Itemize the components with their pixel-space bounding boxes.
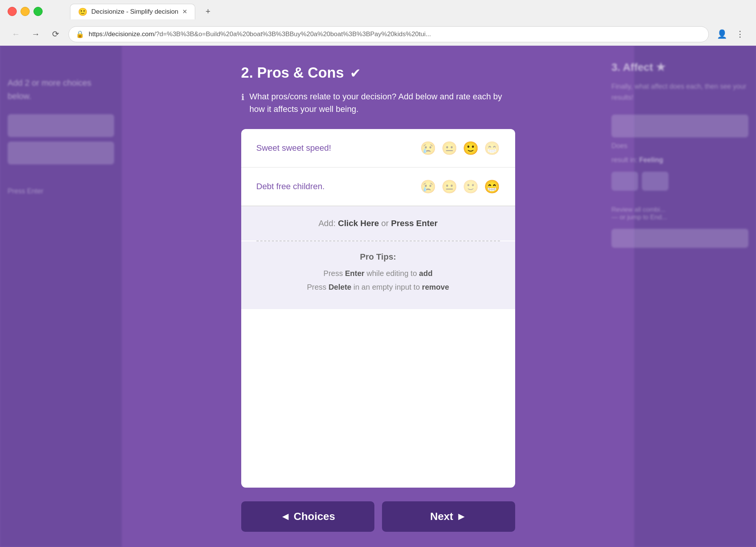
nav-buttons: ◄ Choices Next ► <box>241 501 515 532</box>
tip-2-key: Delete <box>328 283 351 291</box>
new-tab-button[interactable]: + <box>201 5 215 18</box>
choices-button[interactable]: ◄ Choices <box>241 501 374 532</box>
pros-cons-item-1: Sweet sweet speed! 😢 😐 🙂 😁 <box>241 129 515 167</box>
browser-chrome: 🙂 Decisionize - Simplify decision ✕ + ← … <box>0 0 756 46</box>
tip-2-middle: in an empty input to <box>351 283 422 291</box>
minimize-button[interactable] <box>21 7 30 16</box>
tab-close-icon[interactable]: ✕ <box>182 8 187 15</box>
tab-emoji: 🙂 <box>78 7 88 16</box>
pro-tips-title: Pro Tips: <box>256 252 500 262</box>
tab-title: Decisionize - Simplify decision <box>91 8 178 16</box>
emoji-2-very-happy[interactable]: 😁 <box>484 179 500 194</box>
browser-tab[interactable]: 🙂 Decisionize - Simplify decision ✕ <box>70 4 195 19</box>
tip-1-after: while editing to <box>364 269 419 277</box>
title-bar: 🙂 Decisionize - Simplify decision ✕ + <box>0 0 756 23</box>
add-or: or <box>381 218 391 228</box>
tip-2-action: remove <box>422 283 449 291</box>
content-area: Add 2 or more choices below. Press Enter… <box>0 46 756 547</box>
emoji-2-neutral[interactable]: 😐 <box>441 179 457 194</box>
menu-icon[interactable]: ⋮ <box>733 27 747 41</box>
forward-button[interactable]: → <box>29 27 43 41</box>
emoji-1-neutral[interactable]: 😐 <box>441 140 457 156</box>
item-1-text[interactable]: Sweet sweet speed! <box>256 143 412 153</box>
emoji-1-sad[interactable]: 😢 <box>420 140 436 156</box>
tip-1-before: Press <box>323 269 345 277</box>
emoji-2-sad[interactable]: 😢 <box>420 179 436 194</box>
main-card: 2. Pros & Cons ✔ ℹ What pros/cons relate… <box>226 46 530 547</box>
lock-icon: 🔒 <box>76 30 84 38</box>
step-title: 2. Pros & Cons <box>241 65 344 81</box>
description-text: What pros/cons relate to your decision? … <box>250 90 515 115</box>
check-icon: ✔ <box>350 65 361 81</box>
info-icon: ℹ <box>241 91 244 104</box>
maximize-button[interactable] <box>33 7 43 16</box>
step-description: ℹ What pros/cons relate to your decision… <box>241 90 515 115</box>
tip-1-key: Enter <box>345 269 364 277</box>
profile-icon[interactable]: 👤 <box>715 27 729 41</box>
content-panel: Sweet sweet speed! 😢 😐 🙂 😁 Debt free chi… <box>241 129 515 488</box>
step-header: 2. Pros & Cons ✔ <box>241 65 515 81</box>
add-label: Add: <box>318 218 336 228</box>
tip-1-action: add <box>419 269 433 277</box>
address-bar-row: ← → ⟳ 🔒 https://decisionize.com/?d=%3B%3… <box>0 23 756 46</box>
url-text: https://decisionize.com/?d=%3B%3B&o=Buil… <box>89 30 431 38</box>
pro-tips: Pro Tips: Press Enter while editing to a… <box>241 241 515 309</box>
add-area[interactable]: Add: Click Here or Press Enter <box>241 206 515 241</box>
pro-tips-text: Press Enter while editing to add Press D… <box>256 266 500 294</box>
next-button[interactable]: Next ► <box>382 501 515 532</box>
back-button[interactable]: ← <box>9 27 23 41</box>
item-1-emoji-group: 😢 😐 🙂 😁 <box>420 140 500 156</box>
emoji-1-very-happy[interactable]: 😁 <box>484 140 500 156</box>
tip-2-before: Press <box>307 283 329 291</box>
item-2-emoji-group: 😢 😐 🙂 😁 <box>420 179 500 194</box>
item-2-text[interactable]: Debt free children. <box>256 182 412 191</box>
address-bar[interactable]: 🔒 https://decisionize.com/?d=%3B%3B&o=Bu… <box>68 26 709 42</box>
add-press-enter: Press Enter <box>391 218 438 228</box>
add-click-here[interactable]: Click Here <box>338 218 379 228</box>
traffic-lights <box>8 7 43 16</box>
bg-right-panel: 3. Affect ★ Finally, what affect does ea… <box>634 46 756 547</box>
emoji-1-happy[interactable]: 🙂 <box>463 140 479 156</box>
browser-actions: 👤 ⋮ <box>715 27 747 41</box>
bg-left-panel: Add 2 or more choices below. Press Enter <box>0 46 122 547</box>
close-button[interactable] <box>8 7 17 16</box>
reload-button[interactable]: ⟳ <box>49 27 62 41</box>
emoji-2-happy[interactable]: 🙂 <box>463 179 479 194</box>
pros-cons-item-2: Debt free children. 😢 😐 🙂 😁 <box>241 167 515 206</box>
